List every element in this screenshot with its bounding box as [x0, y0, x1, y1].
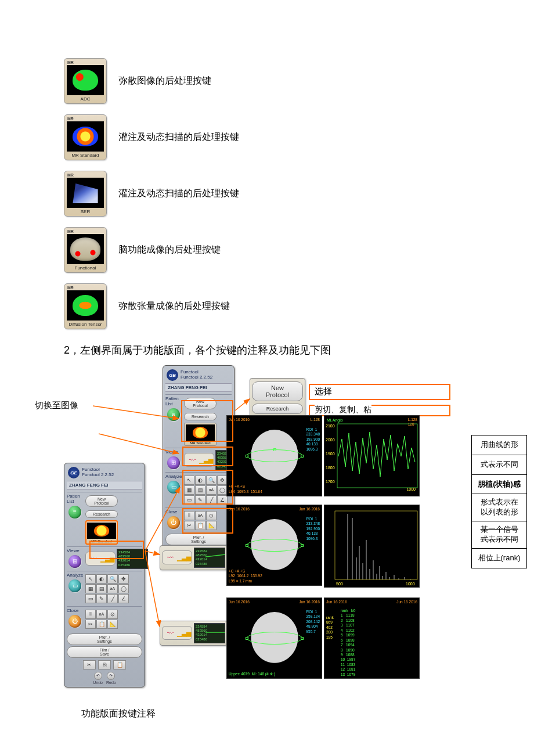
- graph-line[interactable]: MI.Angio 2100 2000 1900 1800 1700 1000 L…: [324, 415, 420, 496]
- adc-thumb: [67, 65, 104, 95]
- svg-line-26: [235, 399, 250, 411]
- mrstd-card[interactable]: MR MR Standard: [64, 114, 107, 160]
- analyze-button[interactable]: ▭: [167, 481, 180, 494]
- icon-row-ser: MR SER 灌注及动态扫描的后处理按键: [64, 171, 470, 217]
- analyze-button-b[interactable]: ▭: [68, 579, 81, 592]
- icon-row-dti: MR Diffusion Tensor 弥散张量成像的后处理按键: [64, 283, 470, 329]
- svg-text:500: 500: [336, 582, 343, 586]
- paste-icon-b[interactable]: 📋: [113, 660, 126, 669]
- icon-row-functional: MR Functional 脑功能成像的后处理按键: [64, 227, 470, 273]
- graph-spike[interactable]: 500 1000: [324, 505, 420, 588]
- annotation-column: 用曲线的形 式表示不同 朋植(状轴)感 形式表示在 以列表的形 某一个信号 式表…: [471, 435, 527, 568]
- curve-icon[interactable]: 〰: [164, 552, 176, 563]
- section2-text: 2，左侧界面属于功能版面，各个按键的注释及功能见下图: [64, 343, 470, 357]
- label-cut: 剪切、复制、粘: [315, 405, 371, 415]
- icon-row-adc: MR ADC 弥散图像的后处理按键: [64, 58, 470, 104]
- functional-card[interactable]: MR Functional: [64, 227, 107, 273]
- table-panel[interactable]: Jun 16 2016 Jun 16 2016 rank b0 1 1118 2…: [324, 597, 420, 679]
- close-button[interactable]: ⏻: [167, 516, 180, 529]
- pref-button-a[interactable]: Pref. / Settings: [165, 534, 232, 545]
- callout-switch: 切换至图像: [35, 400, 78, 411]
- viewer-button-b[interactable]: ⊞: [68, 555, 81, 568]
- svg-rect-0: [337, 424, 417, 488]
- svg-rect-1: [335, 511, 417, 579]
- close-button-b[interactable]: ⏻: [68, 615, 81, 628]
- line-chart-svg: [324, 416, 420, 497]
- popout-viewtoggle2: 〰 ▁▃▅ 234584 483560 432014 025486: [160, 621, 228, 646]
- patient-name: ZHANG FENG FEI: [165, 383, 232, 392]
- scan-2[interactable]: Jun 16 2016 Jun 16 2016 ROI 1 233.348 19…: [226, 505, 322, 586]
- functional-label: 脑功能成像的后处理按键: [118, 244, 221, 256]
- ser-label: 灌注及动态扫描的后处理按键: [118, 188, 239, 200]
- diagram: GE Functool Functool 2.2.52 ZHANG FENG F…: [64, 365, 470, 690]
- svg-text:1000: 1000: [406, 582, 415, 586]
- label-select: 选择: [315, 386, 332, 397]
- undo-button-b[interactable]: ↶Undo: [93, 672, 103, 685]
- viewer-button[interactable]: ⊞: [167, 456, 180, 469]
- dti-card[interactable]: MR Diffusion Tensor: [64, 283, 107, 329]
- ser-card[interactable]: MR SER: [64, 171, 107, 217]
- redo-button-b[interactable]: ↷Redo: [106, 672, 116, 685]
- ft-panel-main: GE Functool Functool 2.2.52 ZHANG FENG F…: [64, 463, 145, 687]
- scissors-icon-b[interactable]: ✂: [83, 660, 96, 669]
- ge-logo-icon: GE: [167, 369, 178, 381]
- patient-list-button-b[interactable]: ≡: [68, 506, 81, 519]
- adc-card[interactable]: MR ADC: [64, 58, 107, 104]
- np-big[interactable]: New Protocol: [252, 381, 303, 401]
- callout-imgdisp: 图像显示: [35, 429, 70, 440]
- pref-settings-b[interactable]: Pref. / Settings: [67, 633, 142, 645]
- scan-3[interactable]: Jun 16 2016 Jun 16 2016 ROI 1 259.124 20…: [226, 597, 322, 679]
- hist-icon[interactable]: ▁▃▅: [178, 552, 190, 563]
- bottom-caption: 功能版面按键注释: [64, 708, 470, 720]
- popout-viewtoggle: 〰 ▁▃▅ 234584 483560 432014 025486: [160, 545, 228, 570]
- adc-caption: ADC: [66, 96, 104, 102]
- spike-chart-svg: 500 1000: [324, 505, 420, 588]
- mrstd-label: 灌注及动态扫描的后处理按键: [118, 131, 239, 143]
- popout-np: New Protocol Research: [250, 378, 305, 417]
- research-big[interactable]: Research: [252, 404, 303, 414]
- copy-icon-b[interactable]: ⎘: [98, 660, 111, 669]
- film-save-b[interactable]: Film / Save: [67, 646, 142, 658]
- icon-row-mrstd: MR MR Standard 灌注及动态扫描的后处理按键: [64, 114, 470, 160]
- scan-1[interactable]: Jun 16 2016 +C +A +S L94 1095.3 151.64 R…: [226, 415, 322, 496]
- mr-tag: MR: [66, 60, 104, 65]
- dti-label: 弥散张量成像的后处理按键: [118, 300, 230, 312]
- adc-label: 弥散图像的后处理按键: [118, 75, 211, 87]
- patient-list-button[interactable]: ≡: [167, 408, 180, 421]
